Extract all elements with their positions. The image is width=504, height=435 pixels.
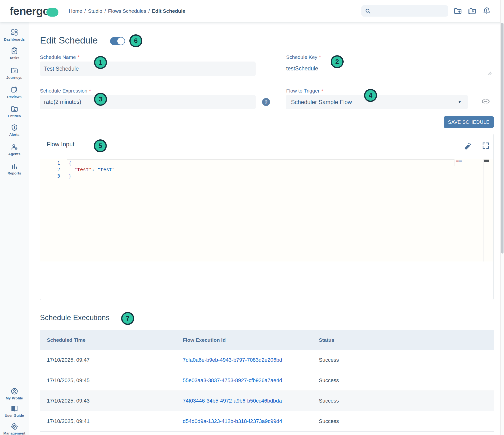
sidebar-item-alerts[interactable]: Alerts [0, 124, 29, 136]
scheduled-time-cell: 17/10/2025, 09:43 [47, 391, 90, 411]
reports-bar-chart-icon [10, 162, 18, 170]
search-icon [365, 8, 371, 14]
sidebar-item-journeys[interactable]: Journeys [0, 67, 29, 80]
schedule-key-value: testSchedule [286, 65, 318, 72]
global-search[interactable] [361, 5, 448, 17]
sidebar-item-label: Entities [8, 114, 21, 118]
status-cell: Success [319, 370, 339, 391]
folder-upload-icon[interactable] [468, 7, 477, 15]
sidebar-item-label: My Profile [6, 396, 23, 400]
agents-person-gear-icon [10, 143, 18, 151]
sidebar-item-label: Tasks [9, 56, 19, 60]
flow-to-trigger-value: Scheduler Sample Flow [291, 99, 352, 106]
format-wand-icon[interactable] [464, 142, 472, 150]
breadcrumb-studio[interactable]: Studio [88, 8, 102, 14]
sidebar-item-label: User Guide [5, 413, 24, 417]
expression-help-icon[interactable]: ? [262, 98, 270, 106]
minimap-code-mark [456, 160, 459, 161]
annotation-badge-1: 1 [94, 56, 107, 69]
schedule-name-value: Test Schedule [44, 66, 79, 72]
scheduled-time-cell: 17/10/2025, 09:47 [47, 350, 90, 370]
flow-execution-id-link[interactable]: 74f03446-34b5-4972-a9b6-b50cc46bdbda [183, 391, 282, 411]
executions-table-header: Scheduled Time Flow Execution Id Status [40, 330, 494, 350]
flow-input-editor[interactable]: 1 { 2 "test":"test" 3 } [40, 159, 494, 261]
breadcrumb-home[interactable]: Home [69, 8, 82, 14]
search-input[interactable] [373, 8, 442, 14]
annotation-badge-5: 5 [94, 139, 107, 152]
breadcrumb-separator: / [148, 8, 150, 14]
minimap-code-mark [459, 160, 462, 161]
breadcrumb-separator: / [104, 8, 106, 14]
editor-scrollbar-thumb[interactable] [484, 160, 489, 162]
flow-input-panel: Flow Input 1 { 2 "test":"test" 3 } [40, 134, 494, 300]
schedule-enabled-toggle[interactable] [110, 37, 125, 45]
open-flow-link-icon[interactable] [481, 97, 491, 106]
schedule-expression-input[interactable]: rate(2 minutes) [40, 95, 256, 109]
notification-bell-icon[interactable] [482, 7, 491, 15]
page-scrollbar[interactable] [500, 0, 504, 435]
logo-text: fenergo [10, 4, 49, 18]
flow-to-trigger-select[interactable]: Scheduler Sample Flow ▼ [286, 95, 468, 109]
flow-execution-id-link[interactable]: d54d0d9a-1323-412b-b318-f2373a9c99d4 [183, 411, 282, 431]
scheduled-time-cell: 17/10/2025, 09:41 [47, 411, 90, 431]
alerts-shield-icon [10, 124, 18, 132]
save-schedule-button[interactable]: SAVE SCHEDULE [444, 116, 494, 128]
sidebar-item-label: Agents [8, 152, 20, 156]
entities-folder-person-icon [10, 105, 18, 113]
annotation-badge-3: 3 [94, 93, 107, 106]
table-row: 17/10/2025, 09:47 7cfa0a6e-b9eb-4943-b79… [40, 350, 494, 370]
flow-execution-id-link[interactable]: 55e03aa3-3837-4753-8927-cfb936a7ae4d [183, 370, 282, 391]
breadcrumb: Home / Studio / Flows Schedules / Edit S… [69, 0, 185, 22]
schedule-name-input[interactable]: Test Schedule [40, 62, 256, 76]
sidebar-item-tasks[interactable]: Tasks [0, 47, 29, 60]
column-header-scheduled-time: Scheduled Time [47, 330, 86, 350]
line-number: 2 [54, 167, 60, 172]
sidebar-item-label: Journeys [6, 75, 22, 80]
sidebar-item-user-guide[interactable]: User Guide [0, 405, 29, 417]
required-asterisk: * [321, 88, 323, 93]
journeys-folder-arrow-icon [10, 67, 18, 74]
table-row: 17/10/2025, 09:43 74f03446-34b5-4972-a9b… [40, 391, 494, 411]
schedule-expression-value: rate(2 minutes) [44, 99, 81, 105]
sidebar-item-label: Reports [8, 171, 21, 175]
sidebar-item-entities[interactable]: Entities [0, 105, 29, 118]
sidebar-item-my-profile[interactable]: My Profile [0, 387, 29, 400]
breadcrumb-flows-schedules[interactable]: Flows Schedules [108, 8, 146, 14]
annotation-badge-2: 2 [331, 55, 344, 68]
logo-pill [46, 8, 58, 17]
code-line-2: "test":"test" [69, 167, 115, 172]
sidebar-item-reviews[interactable]: Reviews [0, 86, 29, 99]
fenergo-logo[interactable]: fenergo [10, 0, 58, 22]
schedule-name-label: Schedule Name* [40, 54, 80, 60]
reviews-calendar-clock-icon [10, 86, 18, 94]
flow-execution-id-link[interactable]: 7cfa0a6e-b9eb-4943-b797-7083d2e206bd [183, 350, 282, 370]
flow-input-title: Flow Input [47, 141, 74, 148]
textarea-resize-grip[interactable] [486, 70, 492, 75]
folder-add-icon[interactable] [453, 7, 462, 15]
profile-person-circle-icon [10, 387, 18, 395]
page-scrollbar-thumb[interactable] [501, 23, 504, 254]
sidebar-item-agents[interactable]: Agents [0, 143, 29, 156]
annotation-badge-6: 6 [129, 34, 142, 47]
sidebar-item-reports[interactable]: Reports [0, 162, 29, 175]
table-row: 17/10/2025, 09:41 d54d0d9a-1323-412b-b31… [40, 411, 494, 432]
required-asterisk: * [319, 54, 321, 60]
sidebar-item-label: Alerts [9, 133, 19, 136]
sidebar-item-label: Reviews [7, 95, 21, 99]
sidebar-item-label: Management [3, 431, 26, 435]
schedule-key-input[interactable]: testSchedule [286, 65, 318, 72]
fullscreen-expand-icon[interactable] [482, 142, 490, 150]
app-header: fenergo Home / Studio / Flows Schedules … [0, 0, 504, 22]
breadcrumb-current: Edit Schedule [152, 8, 185, 14]
line-number: 1 [54, 160, 60, 166]
executions-table: Scheduled Time Flow Execution Id Status … [40, 330, 494, 432]
sidebar-item-management[interactable]: Management [0, 423, 29, 435]
status-cell: Success [319, 391, 339, 411]
scheduled-time-cell: 17/10/2025, 09:45 [47, 370, 90, 391]
chevron-down-icon: ▼ [458, 100, 461, 104]
column-header-flow-execution-id: Flow Execution Id [183, 330, 226, 350]
breadcrumb-separator: / [84, 8, 86, 14]
sidebar-item-label: Dashboards [4, 37, 25, 41]
sidebar-item-dashboards[interactable]: Dashboards [0, 29, 29, 41]
code-line-1: { [69, 160, 72, 166]
